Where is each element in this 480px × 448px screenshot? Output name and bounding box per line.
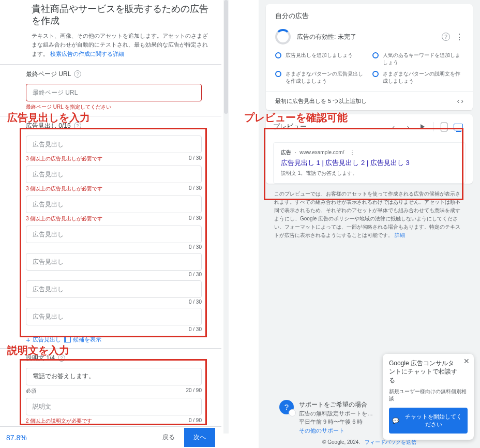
ad-strength-checks: 広告見出しを追加しましょう 人気のあるキーワードを追加しましょう さまざまなパタ… <box>266 50 473 91</box>
check-item-2: 人気のあるキーワードを追加しましょう <box>372 52 463 66</box>
check-item-3: さまざまなパターンの広告見出しを作成しましょう <box>275 70 366 85</box>
final-url-label: 最終ページ URL <box>26 70 71 79</box>
annotation-box-headlines <box>20 128 207 337</box>
circle-icon <box>372 71 379 77</box>
support-line-1: 広告の無料設定サポートを… <box>299 409 373 418</box>
ad-strength-card: 自分の広告 広告の有効性: 未完了 ? ⋮ 広告見出しを追加しましょう 人気のあ… <box>266 4 473 110</box>
support-block: ? サポートをご希望の場合 広告の無料設定サポートを… 平日午前 9 時〜午後 … <box>279 400 373 435</box>
ad-strength-row: 広告の有効性: 未完了 ? ⋮ <box>266 26 473 50</box>
feedback-link[interactable]: フィードバックを送信 <box>365 439 416 445</box>
help-icon[interactable]: ? <box>442 33 450 41</box>
chevron-left-icon[interactable]: ‹ <box>457 97 460 105</box>
check-item-4: さまざまなパターンの説明文を作成しましょう <box>372 70 463 85</box>
check-text-4: さまざまなパターンの説明文を作成しましょう <box>383 70 463 85</box>
annotation-box-descriptions <box>20 359 207 425</box>
annotation-descriptions: 説明文を入力 <box>7 344 69 357</box>
annotation-box-preview <box>264 128 463 200</box>
suggestions-icon <box>65 337 71 342</box>
learn-more-link[interactable]: 検索広告の作成に関する詳細 <box>50 51 124 57</box>
final-url-section: 最終ページ URL ? 最終ページ URL を指定してください <box>0 64 221 116</box>
chat-bubble-icon: 💬 <box>392 417 399 424</box>
footer-bar: 87.8% 戻る 次へ <box>0 426 221 448</box>
heading-block: 貴社商品やサービスを販売するための広告を作成 テキスト、画像、その他のアセットを… <box>0 3 221 64</box>
support-question-icon[interactable]: ? <box>279 400 294 414</box>
annotation-preview: プレビューを確認可能 <box>244 111 348 125</box>
check-text-2: 人気のあるキーワードを追加しましょう <box>383 52 463 66</box>
preview-note-link[interactable]: 詳細 <box>395 232 405 238</box>
chevron-right-icon[interactable]: › <box>461 97 463 105</box>
circle-icon <box>275 52 281 58</box>
ad-card-header: 自分の広告 <box>266 4 473 26</box>
circle-icon <box>372 52 379 58</box>
suggest-row[interactable]: 最初に広告見出しを 5 つ以上追加し ‹ › <box>266 91 473 110</box>
close-icon[interactable]: ✕ <box>463 357 470 365</box>
scrollbar-track[interactable] <box>223 0 229 434</box>
progress-text: 87.8% <box>6 434 27 442</box>
chat-button-label: チャットを開始してください <box>402 413 464 428</box>
right-panel: 自分の広告 広告の有効性: 未完了 ? ⋮ 広告見出しを追加しましょう 人気のあ… <box>259 0 480 448</box>
support-link[interactable]: その他のサポート <box>299 427 344 434</box>
right-footer: © Google, 2024. フィードバックを送信 <box>259 439 480 448</box>
next-button[interactable]: 次へ <box>184 428 215 447</box>
annotation-headlines: 広告見出しを入力 <box>7 111 90 125</box>
ad-strength-donut-icon <box>275 29 291 44</box>
chat-popup-title: Google 広告コンサルタントにチャットで相談する <box>389 359 468 385</box>
support-line-2: 平日午前 9 時〜午後 6 時 <box>299 417 373 426</box>
chat-start-button[interactable]: 💬 チャットを開始してください <box>389 408 468 434</box>
scrollbar-thumb[interactable] <box>224 0 228 114</box>
chat-popup-sub: 新規ユーザー様向けの無料個別相談 <box>389 388 468 402</box>
more-icon[interactable]: ⋮ <box>455 32 463 42</box>
suggest-chevrons: ‹ › <box>457 97 463 105</box>
back-button[interactable]: 戻る <box>155 429 182 446</box>
ad-strength-label: 広告の有効性: 未完了 <box>297 33 438 41</box>
suggest-text: 最初に広告見出しを 5 つ以上追加し <box>275 97 367 105</box>
support-title: サポートをご希望の場合 <box>299 400 373 409</box>
copyright: © Google, 2024. <box>322 439 360 445</box>
final-url-label-row: 最終ページ URL ? <box>26 70 213 79</box>
final-url-input[interactable] <box>26 84 202 101</box>
check-text-1: 広告見出しを追加しましょう <box>286 52 353 59</box>
check-text-3: さまざまなパターンの広告見出しを作成しましょう <box>286 70 366 85</box>
page-description: テキスト、画像、その他のアセットを追加します。アセットのさまざまな組み合わせが自… <box>32 32 213 59</box>
chat-popup: ✕ Google 広告コンサルタントにチャットで相談する 新規ユーザー様向けの無… <box>383 354 474 440</box>
circle-icon <box>275 71 281 77</box>
page-title: 貴社商品やサービスを販売するための広告を作成 <box>32 3 213 27</box>
chat-badge-icon <box>289 409 296 416</box>
gutter <box>229 0 259 448</box>
final-url-helper: 最終ページ URL を指定してください <box>26 103 213 111</box>
footer-buttons: 戻る 次へ <box>155 428 215 447</box>
check-item-1: 広告見出しを追加しましょう <box>275 52 366 66</box>
support-text: サポートをご希望の場合 広告の無料設定サポートを… 平日午前 9 時〜午後 6 … <box>299 400 373 435</box>
help-icon[interactable]: ? <box>74 70 81 78</box>
